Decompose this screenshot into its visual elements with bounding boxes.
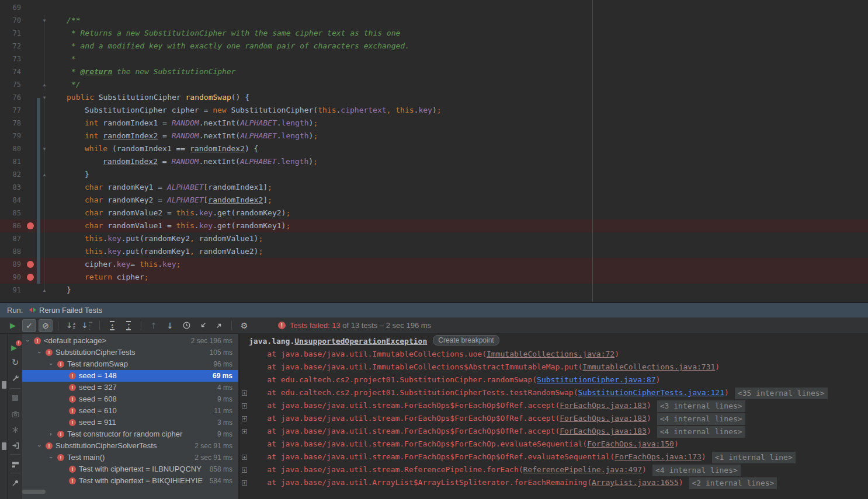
tool-stripe-icon[interactable]	[2, 381, 6, 389]
fold-marker-icon[interactable]: ▾	[40, 91, 48, 104]
chevron-down-icon[interactable]: ›	[45, 454, 57, 461]
export-test-results-button[interactable]	[212, 319, 226, 332]
stack-trace-link[interactable]: ForEachOps.java:183	[560, 427, 647, 435]
vcs-change-stripe	[37, 98, 40, 284]
test-runner-settings-button[interactable]	[9, 372, 22, 385]
stack-trace-text: )	[614, 350, 619, 358]
chevron-down-icon[interactable]: ›	[33, 442, 45, 449]
collapse-all-button[interactable]: ▾▴	[121, 319, 136, 332]
code-token: length	[281, 157, 308, 166]
line-number: 88	[4, 245, 21, 258]
stack-trace-text: at java.base/java.util.stream.ForEachOps…	[249, 427, 560, 435]
stack-trace-link[interactable]: ImmutableCollections.java:731	[582, 362, 715, 371]
stack-trace-link[interactable]: SubstitutionCipher.java:87	[537, 375, 656, 384]
show-passed-toggle[interactable]: ✓	[22, 319, 36, 332]
dump-threads-button[interactable]	[9, 423, 22, 436]
chevron-right-icon[interactable]: ›	[47, 428, 54, 440]
code-line-91: }	[67, 284, 71, 296]
rerun-tests-button[interactable]: ▶	[6, 319, 20, 332]
line-number: 75	[4, 78, 21, 91]
test-duration: 9 ms	[217, 428, 232, 440]
expand-fold-icon[interactable]: +	[242, 403, 247, 409]
breakpoint-icon[interactable]	[27, 274, 34, 281]
pin-tab-button[interactable]	[9, 476, 22, 489]
test-duration: 69 ms	[213, 370, 232, 382]
test-tree-row[interactable]: !seed = 6089 ms	[22, 393, 238, 405]
code-token: /**	[67, 16, 80, 25]
show-ignored-toggle[interactable]: ⊘	[39, 319, 53, 332]
fold-marker-icon[interactable]: ▴	[40, 284, 48, 296]
code-token: ALPHABET	[240, 118, 277, 127]
code-token: key	[199, 221, 213, 230]
stack-trace-link[interactable]: ArrayList.java:1655	[592, 478, 679, 487]
stack-trace-link[interactable]: ForEachOps.java:183	[560, 414, 647, 423]
console-layout-button[interactable]	[9, 458, 22, 470]
stack-trace-link[interactable]: SubstitutionCipherTests.java:121	[578, 388, 724, 397]
expand-fold-icon[interactable]: +	[242, 455, 247, 460]
test-tree-row[interactable]: !seed = 61011 ms	[22, 405, 238, 417]
chevron-down-icon[interactable]: ›	[45, 361, 57, 368]
snapshot-button[interactable]	[9, 407, 22, 420]
next-failed-test-button[interactable]: ↓	[163, 319, 177, 332]
test-history-button[interactable]	[179, 319, 193, 332]
breakpoint-icon[interactable]	[27, 222, 34, 229]
fold-marker-icon[interactable]: ▴	[40, 168, 48, 181]
close-icon[interactable]: ×	[88, 303, 92, 317]
test-tree-row[interactable]: ›!<default package>2 sec 196 ms	[22, 335, 238, 347]
tree-horizontal-scrollbar[interactable]	[22, 490, 46, 494]
code-token: SubstitutionCipher	[99, 93, 186, 102]
code-token: )	[308, 157, 313, 166]
internal-lines-badge: <35 internal lines>	[735, 388, 828, 399]
stack-trace-link[interactable]: ReferencePipeline.java:497	[523, 465, 643, 474]
chevron-down-icon[interactable]: ›	[22, 337, 33, 344]
test-tree-row[interactable]: !seed = 14869 ms	[22, 370, 238, 382]
fold-marker-icon[interactable]: ▾	[40, 142, 48, 155]
open-results-in-editor-button[interactable]	[9, 439, 22, 452]
chevron-down-icon[interactable]: ›	[33, 349, 45, 356]
test-tree-row[interactable]: !seed = 9113 ms	[22, 417, 238, 428]
test-tree-row[interactable]: !Test with ciphertext = ILBNUPQCNY858 ms	[22, 463, 238, 475]
stack-trace-text: at java.base/java.util.ImmutableCollecti…	[249, 362, 582, 371]
expand-fold-icon[interactable]: +	[242, 416, 247, 421]
stack-trace-link[interactable]: ForEachOps.java:183	[560, 401, 647, 410]
test-tree-row[interactable]: ›!SubstitutionCipherSolverTests2 sec 91 …	[22, 440, 238, 452]
rerun-button[interactable]: ↻	[9, 356, 22, 369]
previous-failed-test-button[interactable]: ↑	[147, 319, 161, 332]
side-toolbar-separator	[10, 388, 20, 389]
expand-fold-icon[interactable]: +	[242, 467, 247, 473]
expand-fold-icon[interactable]: +	[242, 429, 247, 434]
create-breakpoint-chip[interactable]: Create breakpoint	[433, 335, 499, 346]
tab-rerun-failed-tests[interactable]: Rerun Failed Tests ×	[27, 303, 92, 317]
expand-fold-icon[interactable]: +	[242, 480, 247, 486]
rerun-failed-tests-button[interactable]: ▶!	[9, 340, 22, 353]
settings-gear-button[interactable]: ⚙	[237, 319, 251, 332]
tool-stripe-icon[interactable]	[2, 442, 6, 450]
test-tree-row[interactable]: ›!Test main()2 sec 91 ms	[22, 452, 238, 463]
fold-marker-icon[interactable]: ▾	[40, 14, 48, 27]
stack-trace-link[interactable]: ForEachOps.java:150	[587, 439, 674, 448]
expand-fold-icon[interactable]: +	[242, 390, 247, 396]
import-test-results-button[interactable]	[196, 319, 210, 332]
line-number: 69	[4, 1, 21, 14]
stack-trace-text: UnsupportedOperationException	[294, 337, 427, 346]
test-error-icon: !	[69, 372, 76, 379]
stop-button[interactable]	[9, 392, 22, 404]
code-line-82: }	[85, 168, 89, 181]
stack-trace-link[interactable]: ForEachOps.java:173	[614, 452, 702, 461]
sort-alphabetically-button[interactable]: ↓az	[64, 319, 78, 332]
code-token: )	[432, 106, 437, 114]
test-tree-row[interactable]: !seed = 3274 ms	[22, 382, 238, 393]
code-token: ALPHABET	[240, 131, 277, 140]
test-tree-row[interactable]: ›!Test randomSwap96 ms	[22, 358, 238, 370]
expand-all-button[interactable]: ▴▾	[105, 319, 119, 332]
test-tree-row[interactable]: ›!SubstitutionCipherTests105 ms	[22, 347, 238, 358]
fold-marker-icon[interactable]: ▴	[40, 78, 48, 91]
test-tree-row[interactable]: ›!Test constructor for random cipher9 ms	[22, 428, 238, 440]
stack-trace-text: at java.base/java.util.stream.ForEachOps…	[249, 401, 560, 410]
stack-trace-text: at edu.caltech.cs2.project01.Substitutio…	[249, 388, 578, 397]
sort-by-duration-button[interactable]: ↓—–-	[80, 319, 94, 332]
test-tree-row[interactable]: !Test with ciphertext = BIKQIHIEHYIE584 …	[22, 475, 238, 487]
stack-trace-link[interactable]: ImmutableCollections.java:72	[487, 350, 614, 358]
stack-trace-text: at java.base/java.util.ImmutableCollecti…	[249, 350, 487, 358]
breakpoint-icon[interactable]	[27, 261, 34, 268]
